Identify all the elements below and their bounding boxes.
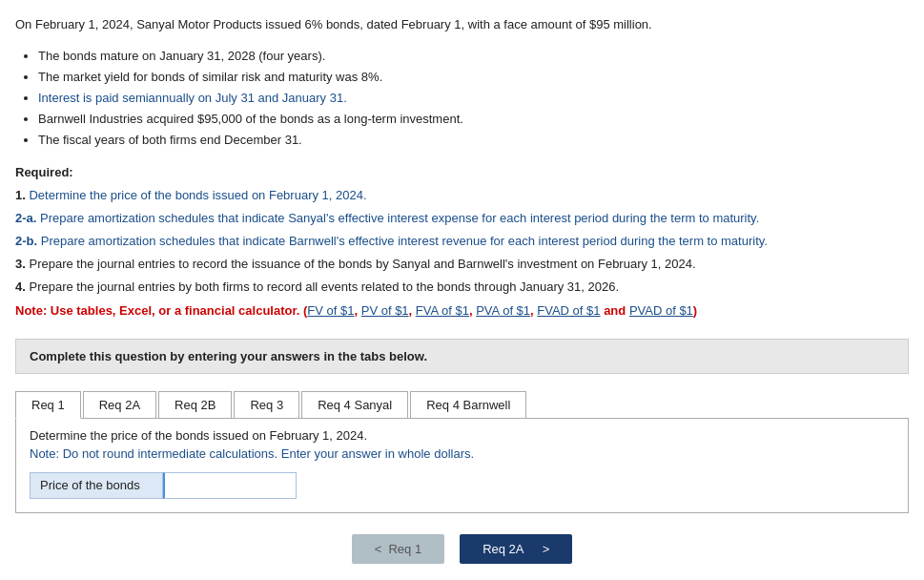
req-item-1: 1. Determine the price of the bonds issu… [15, 185, 909, 206]
req-item-3: 3. Prepare the journal entries to record… [15, 254, 909, 275]
bullet-item-4: Barnwell Industries acquired $95,000 of … [38, 109, 909, 130]
tab-req3[interactable]: Req 3 [234, 391, 299, 418]
required-section: Required: 1. Determine the price of the … [15, 162, 909, 321]
nav-buttons: < Req 1 Req 2A > [15, 534, 909, 564]
tab-req4sanyal[interactable]: Req 4 Sanyal [301, 391, 408, 418]
prev-button[interactable]: < Req 1 [352, 534, 445, 564]
next-label: Req 2A [483, 542, 524, 556]
next-arrow-icon: > [543, 542, 550, 556]
bullet-item-5: The fiscal years of both firms end Decem… [38, 130, 909, 151]
tabs-container: Req 1 Req 2A Req 2B Req 3 Req 4 Sanyal R… [15, 391, 909, 419]
req-item-4: 4. Prepare the journal entries by both f… [15, 277, 909, 298]
next-button[interactable]: Req 2A > [460, 534, 572, 564]
tab-note: Note: Do not round intermediate calculat… [30, 446, 894, 461]
tab-req4barnwell[interactable]: Req 4 Barnwell [410, 391, 526, 418]
complete-box: Complete this question by entering your … [15, 339, 909, 374]
tab-req1[interactable]: Req 1 [15, 391, 81, 419]
required-label: Required: [15, 165, 73, 179]
tab-instruction: Determine the price of the bonds issued … [30, 428, 894, 443]
bullet-item-2: The market yield for bonds of similar ri… [38, 67, 909, 88]
bullet-item-1: The bonds mature on January 31, 2028 (fo… [38, 46, 909, 67]
intro-text: On February 1, 2024, Sanyal Motor Produc… [15, 15, 909, 34]
input-row: Price of the bonds [30, 472, 894, 499]
req-note: Note: Use tables, Excel, or a financial … [15, 300, 909, 321]
tab-req2a[interactable]: Req 2A [83, 391, 156, 418]
bullet-list: The bonds mature on January 31, 2028 (fo… [38, 46, 909, 151]
req-item-2a: 2-a. Prepare amortization schedules that… [15, 208, 909, 229]
tab-content-req1: Determine the price of the bonds issued … [15, 419, 909, 513]
bullet-item-3: Interest is paid semiannually on July 31… [38, 88, 909, 109]
prev-arrow-icon: < [375, 542, 382, 556]
tab-req2b[interactable]: Req 2B [158, 391, 232, 418]
prev-label: Req 1 [388, 542, 421, 556]
price-of-bonds-input[interactable] [163, 472, 297, 499]
price-of-bonds-label: Price of the bonds [30, 472, 163, 499]
req-item-2b: 2-b. Prepare amortization schedules that… [15, 231, 909, 252]
